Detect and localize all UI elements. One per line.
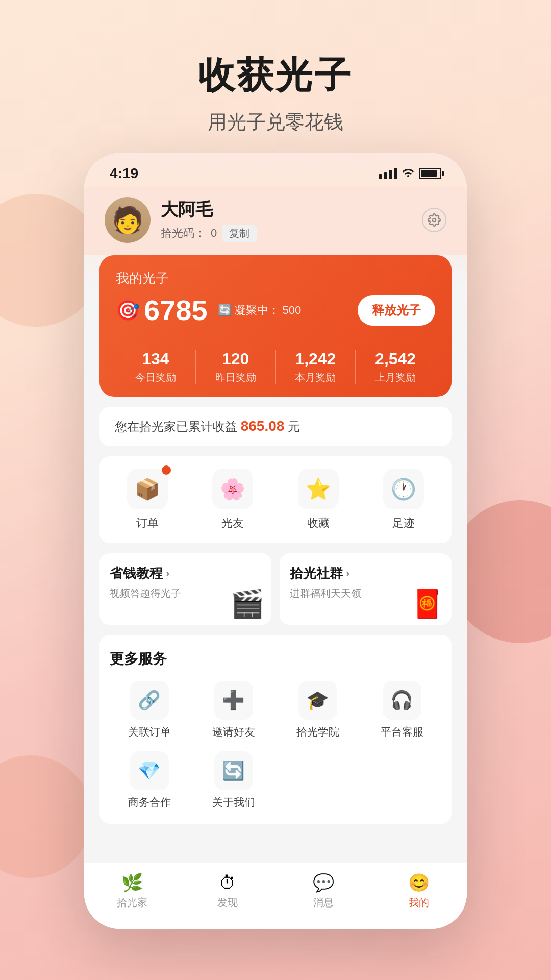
promo-row: 省钱教程 › 视频答题得光子 🎬 拾光社群 › 进群福利天天领 🧧	[99, 553, 452, 625]
status-icons	[379, 167, 441, 180]
avatar: 🧑	[105, 197, 151, 243]
bottom-nav: 🌿 拾光家 ⏱ 发现 💬 消息 😊 我的	[84, 863, 467, 929]
quick-icon-footprint[interactable]: 🕐 足迹	[383, 469, 424, 531]
freezing-refresh-icon: 🔄	[218, 304, 232, 317]
service-icon-linked-orders: 🔗	[130, 681, 169, 720]
service-item-customer-service[interactable]: 🎧 平台客服	[362, 681, 441, 739]
promo-arrow-tutorial: ›	[166, 567, 169, 580]
freezing-tag: 🔄 凝聚中： 500	[218, 303, 302, 318]
service-icon-business: 💎	[130, 751, 169, 790]
freezing-value: 500	[283, 304, 302, 317]
nav-icon-home: 🌿	[121, 872, 143, 893]
icon-label-friends: 光友	[221, 516, 244, 531]
service-icon-invite-friends: ➕	[214, 681, 253, 720]
stat-label-2: 本月奖励	[276, 371, 356, 384]
promo-card-tutorial[interactable]: 省钱教程 › 视频答题得光子 🎬	[99, 553, 271, 625]
stat-label-1: 昨日奖励	[196, 371, 276, 384]
service-item-academy[interactable]: 🎓 拾光学院	[278, 681, 357, 739]
nav-item-messages[interactable]: 💬 消息	[276, 872, 371, 920]
nav-label-messages: 消息	[313, 896, 334, 910]
nav-label-home: 拾光家	[117, 896, 147, 910]
nav-item-home[interactable]: 🌿 拾光家	[84, 872, 180, 920]
stat-item-0: 134今日奖励	[116, 350, 195, 384]
profile-code-label: 拾光码：	[161, 226, 206, 241]
card-stats: 134今日奖励120昨日奖励1,242本月奖励2,542上月奖励	[116, 339, 435, 384]
bg-decoration-circle-left-bottom	[0, 755, 92, 878]
promo-img-tutorial: 🎬	[230, 587, 264, 620]
quick-icon-friends[interactable]: 🌸 光友	[212, 469, 253, 531]
wifi-icon	[402, 167, 415, 180]
stat-value-0: 134	[116, 350, 195, 369]
promo-img-community: 🧧	[410, 587, 444, 620]
release-button[interactable]: 释放光子	[358, 295, 435, 326]
earnings-suffix: 元	[288, 420, 300, 433]
status-time: 4:19	[110, 165, 138, 182]
signal-bar-4	[394, 168, 397, 179]
icon-circle-favorites: ⭐	[298, 469, 339, 509]
nav-item-mine[interactable]: 😊 我的	[371, 872, 467, 920]
services-title: 更多服务	[110, 649, 441, 669]
nav-label-mine: 我的	[409, 896, 429, 910]
stat-value-1: 120	[196, 350, 276, 369]
service-item-linked-orders[interactable]: 🔗 关联订单	[110, 681, 189, 739]
service-item-about-us[interactable]: 🔄 关于我们	[194, 751, 273, 810]
service-label-linked-orders: 关联订单	[128, 725, 171, 739]
signal-bar-1	[379, 174, 382, 179]
promo-card-community[interactable]: 拾光社群 › 进群福利天天领 🧧	[280, 553, 452, 625]
service-label-academy: 拾光学院	[296, 725, 339, 739]
service-icon-about-us: 🔄	[214, 751, 253, 790]
icon-label-orders: 订单	[136, 516, 159, 531]
nav-icon-messages: 💬	[313, 872, 334, 893]
stat-value-2: 1,242	[276, 350, 356, 369]
phone-content: 🧑 大阿毛 拾光码： 0 复制 我的光子	[84, 187, 467, 927]
phone-mockup: 4:19 🧑 大阿毛	[84, 153, 467, 929]
profile-info: 大阿毛 拾光码： 0 复制	[161, 198, 257, 242]
header-title: 收获光子	[0, 51, 551, 100]
header-subtitle: 用光子兑零花钱	[0, 109, 551, 135]
service-label-customer-service: 平台客服	[381, 725, 423, 739]
service-label-invite-friends: 邀请好友	[212, 725, 255, 739]
stat-item-3: 2,542上月奖励	[356, 350, 435, 384]
service-label-about-us: 关于我们	[212, 795, 255, 810]
quick-icon-favorites[interactable]: ⭐ 收藏	[298, 469, 339, 531]
icon-circle-footprint: 🕐	[383, 469, 424, 509]
battery-fill	[421, 170, 437, 177]
icon-circle-friends: 🌸	[212, 469, 253, 509]
card-points-section: 🎯 6785 🔄 凝聚中： 500	[116, 293, 301, 327]
service-item-invite-friends[interactable]: ➕ 邀请好友	[194, 681, 273, 739]
more-services: 更多服务 🔗 关联订单 ➕ 邀请好友 🎓 拾光学院 🎧 平台客服 💎 商务合作 …	[99, 635, 452, 824]
header-section: 收获光子 用光子兑零花钱	[0, 0, 551, 135]
promo-arrow-community: ›	[346, 567, 349, 580]
promo-title-tutorial: 省钱教程 ›	[110, 565, 261, 582]
profile-code: 拾光码： 0 复制	[161, 225, 257, 242]
earnings-bar: 您在拾光家已累计收益 865.08 元	[99, 407, 452, 446]
guangzi-card: 我的光子 🎯 6785 🔄 凝聚中： 500 释放光子 134今日奖励120昨日…	[99, 255, 452, 397]
quick-icon-grid: 📦 订单 🌸 光友 ⭐ 收藏 🕐 足迹	[105, 469, 446, 531]
quick-icon-orders[interactable]: 📦 订单	[127, 469, 168, 531]
settings-icon[interactable]	[422, 208, 446, 232]
profile-section: 🧑 大阿毛 拾光码： 0 复制	[84, 187, 467, 255]
stat-item-1: 120昨日奖励	[196, 350, 276, 384]
icon-circle-orders: 📦	[127, 469, 168, 509]
nav-icon-discover: ⏱	[219, 873, 236, 893]
quick-icon-grid-card: 📦 订单 🌸 光友 ⭐ 收藏 🕐 足迹	[99, 456, 452, 543]
earnings-prefix: 您在拾光家已累计收益	[115, 420, 237, 433]
promo-title-community: 拾光社群 ›	[290, 565, 441, 582]
battery-icon	[419, 168, 441, 179]
icon-label-footprint: 足迹	[392, 516, 415, 531]
nav-item-discover[interactable]: ⏱ 发现	[180, 873, 276, 920]
avatar-face: 🧑	[105, 197, 151, 243]
points-value: 6785	[144, 293, 208, 327]
copy-button[interactable]: 复制	[222, 225, 257, 242]
nav-icon-mine: 😊	[408, 872, 430, 893]
profile-left: 🧑 大阿毛 拾光码： 0 复制	[105, 197, 257, 243]
icon-badge-orders	[162, 465, 171, 475]
stat-item-2: 1,242本月奖励	[276, 350, 356, 384]
signal-icon	[379, 168, 397, 179]
service-label-business: 商务合作	[128, 795, 171, 810]
service-item-business[interactable]: 💎 商务合作	[110, 751, 189, 810]
services-grid: 🔗 关联订单 ➕ 邀请好友 🎓 拾光学院 🎧 平台客服 💎 商务合作 🔄 关于我…	[110, 681, 441, 810]
service-icon-academy: 🎓	[298, 681, 337, 720]
stat-label-3: 上月奖励	[356, 371, 435, 384]
profile-code-value: 0	[211, 227, 217, 240]
